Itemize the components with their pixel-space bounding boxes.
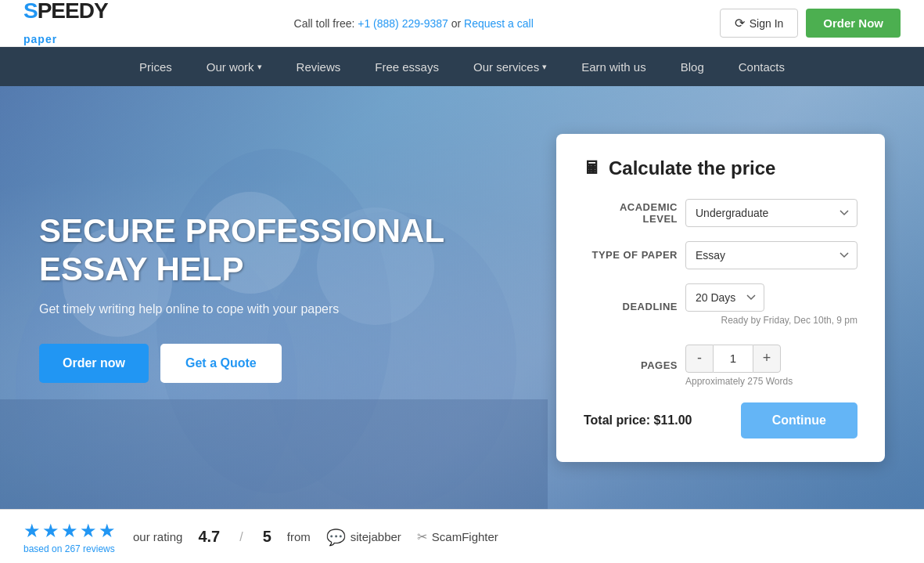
top-center: Call toll free: +1 (888) 229-9387 or Req… — [294, 17, 534, 30]
pages-row: PAGES - + Approximately 275 Words — [584, 345, 857, 387]
nav-earn[interactable]: Earn with us — [564, 47, 663, 86]
logo-s: S — [23, 0, 38, 23]
rating-max: 5 — [263, 528, 271, 546]
nav-our-services[interactable]: Our services ▾ — [456, 47, 564, 86]
sitejabber-icon: 💬 — [326, 528, 346, 547]
sitejabber-label: sitejabber — [351, 530, 401, 543]
hero-buttons: Order now Get a Quote — [39, 344, 509, 383]
academic-level-label: ACADEMIC LEVEL — [584, 201, 678, 225]
call-prefix: Call toll free: — [294, 17, 355, 30]
signin-icon: ⟳ — [735, 16, 745, 31]
logo-text: SPEEDY paper — [23, 0, 108, 49]
nav-blog[interactable]: Blog — [663, 47, 721, 86]
hero-section: SECURE PROFESSIONAL ESSAY HELP Get timel… — [0, 86, 924, 509]
pages-control-group: - + Approximately 275 Words — [685, 345, 793, 387]
stars: ★★★★★ — [23, 520, 117, 542]
nav-contacts[interactable]: Contacts — [721, 47, 802, 86]
top-bar: SPEEDY paper Call toll free: +1 (888) 22… — [0, 0, 924, 47]
calculator-icon: 🖩 — [584, 158, 601, 179]
deadline-note: Ready by Friday, Dec 10th, 9 pm — [685, 315, 857, 326]
calculator-title: 🖩 Calculate the price — [584, 157, 857, 179]
paper-type-row: TYPE OF PAPER Essay Research Paper Term … — [584, 241, 857, 269]
pages-plus-button[interactable]: + — [753, 345, 781, 373]
chevron-down-icon: ▾ — [257, 62, 262, 72]
hero-title: SECURE PROFESSIONAL ESSAY HELP — [39, 212, 509, 288]
nav-free-essays[interactable]: Free essays — [358, 47, 456, 86]
deadline-row: DEADLINE 3 Hours 6 Hours 12 Hours 24 Hou… — [584, 283, 857, 330]
deadline-label: DEADLINE — [584, 301, 678, 312]
pages-input[interactable] — [714, 345, 753, 373]
scamfighter-label: ScamFighter — [432, 530, 498, 543]
get-quote-button[interactable]: Get a Quote — [160, 344, 282, 383]
nav-bar: Prices Our work ▾ Reviews Free essays Ou… — [0, 47, 924, 86]
nav-prices[interactable]: Prices — [122, 47, 189, 86]
calculator-card: 🖩 Calculate the price ACADEMIC LEVEL Hig… — [556, 134, 885, 462]
reviews-count: based on 267 reviews — [23, 543, 117, 554]
total-row: Total price: $11.00 Continue — [584, 402, 857, 438]
scamfighter-icon: ✂ — [417, 529, 427, 544]
hero-left: SECURE PROFESSIONAL ESSAY HELP Get timel… — [39, 212, 509, 383]
academic-level-row: ACADEMIC LEVEL High School Undergraduate… — [584, 199, 857, 227]
phone-link[interactable]: +1 (888) 229-9387 — [358, 17, 448, 30]
scamfighter-source: ✂ ScamFighter — [417, 529, 498, 544]
deadline-select[interactable]: 3 Hours 6 Hours 12 Hours 24 Hours 2 Days… — [685, 283, 764, 312]
paper-type-label: TYPE OF PAPER — [584, 249, 678, 261]
order-now-hero-button[interactable]: Order now — [39, 344, 149, 383]
rating-stars-group: ★★★★★ based on 267 reviews — [23, 520, 117, 554]
rating-value: 4.7 — [198, 528, 220, 546]
continue-button[interactable]: Continue — [741, 402, 857, 438]
our-rating-label: our rating — [133, 530, 182, 543]
rating-separator: / — [239, 530, 243, 544]
paper-type-select[interactable]: Essay Research Paper Term Paper Coursewo… — [685, 241, 857, 269]
pages-label: PAGES — [584, 359, 678, 371]
order-now-button[interactable]: Order Now — [806, 9, 901, 38]
hero-content: SECURE PROFESSIONAL ESSAY HELP Get timel… — [0, 86, 924, 509]
or-text: or — [451, 17, 461, 30]
academic-level-select[interactable]: High School Undergraduate Bachelor Maste… — [685, 199, 857, 227]
request-call-link[interactable]: Request a call — [464, 17, 534, 30]
top-actions: ⟳ Sign In Order Now — [720, 9, 901, 38]
pages-minus-button[interactable]: - — [685, 345, 714, 373]
nav-reviews[interactable]: Reviews — [279, 47, 358, 86]
rating-bar: ★★★★★ based on 267 reviews our rating 4.… — [0, 509, 924, 563]
pages-stepper: - + — [685, 345, 793, 373]
logo[interactable]: SPEEDY paper — [23, 0, 108, 49]
hero-subtitle: Get timely writing help online to cope w… — [39, 302, 509, 316]
chevron-down-icon: ▾ — [542, 62, 547, 72]
signin-button[interactable]: ⟳ Sign In — [720, 9, 799, 38]
from-text: from — [287, 530, 311, 543]
nav-our-work[interactable]: Our work ▾ — [189, 47, 279, 86]
sitejabber-source: 💬 sitejabber — [326, 528, 401, 547]
pages-note: Approximately 275 Words — [685, 376, 793, 387]
deadline-control: 3 Hours 6 Hours 12 Hours 24 Hours 2 Days… — [685, 283, 857, 330]
total-price: Total price: $11.00 — [584, 413, 692, 428]
